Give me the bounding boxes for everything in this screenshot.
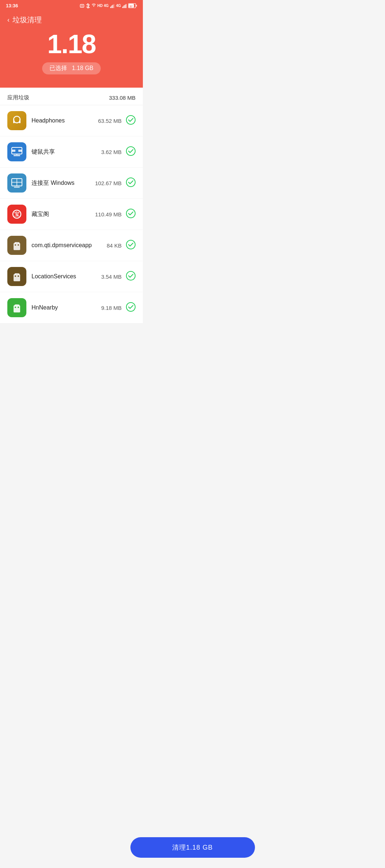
svg-rect-22 bbox=[12, 150, 15, 152]
svg-rect-0 bbox=[80, 4, 84, 7]
hd-badge: HD bbox=[97, 4, 103, 8]
app-size: 3.62 MB bbox=[101, 149, 122, 155]
app-name: Headphones bbox=[32, 117, 98, 124]
svg-point-48 bbox=[126, 303, 135, 311]
check-icon[interactable] bbox=[126, 240, 136, 251]
status-bar: 13:36 HD 4G 4G 57 bbox=[0, 0, 143, 11]
app-size: 84 KB bbox=[107, 242, 122, 249]
svg-rect-6 bbox=[122, 7, 123, 8]
check-icon[interactable] bbox=[126, 209, 136, 220]
svg-point-34 bbox=[15, 244, 16, 246]
network-4g2: 4G bbox=[116, 4, 121, 8]
svg-rect-11 bbox=[136, 5, 137, 7]
check-icon[interactable] bbox=[126, 302, 136, 313]
hero-number: 1.18 bbox=[7, 31, 136, 57]
svg-rect-3 bbox=[111, 6, 112, 8]
list-item[interactable]: 宝 藏宝阁 110.49 MB bbox=[0, 199, 143, 230]
svg-rect-21 bbox=[14, 155, 20, 156]
svg-rect-9 bbox=[126, 4, 126, 8]
back-row: ‹ 垃圾清理 bbox=[7, 15, 136, 25]
app-size: 3.54 MB bbox=[101, 274, 122, 280]
svg-point-19 bbox=[126, 116, 135, 124]
svg-point-40 bbox=[18, 275, 19, 277]
content-area: 应用垃圾 333.08 MB Headphones 63.52 MB 键鼠共享 … bbox=[0, 88, 143, 323]
hero-section: ‹ 垃圾清理 1.18 已选择 1.18 GB bbox=[0, 11, 143, 88]
svg-point-39 bbox=[15, 275, 16, 277]
list-item[interactable]: HnNearby 9.18 MB bbox=[0, 292, 143, 323]
check-icon[interactable] bbox=[126, 271, 136, 282]
hero-badge-prefix: 已选择 bbox=[49, 65, 67, 71]
status-time: 13:36 bbox=[6, 3, 18, 8]
app-size: 102.67 MB bbox=[95, 180, 122, 186]
svg-text:57: 57 bbox=[130, 5, 133, 8]
check-icon[interactable] bbox=[126, 177, 136, 188]
page-title: 垃圾清理 bbox=[12, 15, 42, 25]
section-label: 应用垃圾 bbox=[7, 94, 29, 101]
back-button[interactable]: ‹ bbox=[7, 16, 10, 24]
app-list: Headphones 63.52 MB 键鼠共享 3.62 MB 连接至 Win… bbox=[0, 105, 143, 323]
app-icon bbox=[7, 298, 26, 317]
app-icon: 宝 bbox=[7, 205, 26, 224]
svg-point-38 bbox=[126, 240, 135, 249]
svg-point-43 bbox=[126, 271, 135, 280]
battery-icon: 57 bbox=[128, 3, 137, 8]
app-size: 110.49 MB bbox=[95, 211, 122, 217]
check-icon[interactable] bbox=[126, 115, 136, 126]
svg-point-25 bbox=[126, 147, 135, 155]
svg-point-33 bbox=[126, 209, 135, 218]
svg-point-44 bbox=[15, 307, 16, 308]
hero-badge-size: 1.18 GB bbox=[72, 65, 93, 71]
app-name: 连接至 Windows bbox=[32, 179, 95, 187]
svg-point-35 bbox=[18, 244, 19, 246]
section-header: 应用垃圾 333.08 MB bbox=[0, 88, 143, 105]
svg-rect-2 bbox=[110, 7, 111, 8]
hero-badge: 已选择 1.18 GB bbox=[42, 62, 101, 74]
signal-bars-2-icon bbox=[122, 4, 127, 8]
list-item[interactable]: com.qti.dpmserviceapp 84 KB bbox=[0, 230, 143, 261]
svg-text:宝: 宝 bbox=[14, 211, 20, 217]
app-name: LocationServices bbox=[32, 273, 101, 280]
svg-rect-29 bbox=[14, 187, 20, 188]
svg-rect-5 bbox=[114, 4, 114, 8]
app-name: com.qti.dpmserviceapp bbox=[32, 242, 107, 249]
app-name: 键鼠共享 bbox=[32, 148, 101, 156]
svg-rect-23 bbox=[18, 150, 22, 152]
svg-rect-15 bbox=[13, 121, 15, 123]
svg-rect-16 bbox=[19, 121, 21, 123]
svg-point-30 bbox=[126, 178, 135, 187]
signal-bars-1-icon bbox=[110, 4, 115, 8]
app-size: 9.18 MB bbox=[101, 305, 122, 311]
app-icon bbox=[7, 111, 26, 130]
app-icon bbox=[7, 142, 26, 161]
svg-point-45 bbox=[18, 307, 19, 308]
app-name: HnNearby bbox=[32, 304, 101, 311]
bluetooth-icon bbox=[86, 3, 90, 8]
app-name: 藏宝阁 bbox=[32, 210, 95, 218]
section-total-size: 333.08 MB bbox=[109, 95, 136, 101]
app-icon bbox=[7, 267, 26, 286]
app-size: 63.52 MB bbox=[98, 118, 122, 124]
list-item[interactable]: 连接至 Windows 102.67 MB bbox=[0, 168, 143, 199]
list-item[interactable]: 键鼠共享 3.62 MB bbox=[0, 136, 143, 168]
nfc-icon bbox=[79, 3, 85, 8]
status-icons: HD 4G 4G 57 bbox=[79, 3, 137, 8]
app-icon bbox=[7, 236, 26, 255]
list-item[interactable]: LocationServices 3.54 MB bbox=[0, 261, 143, 292]
wifi-icon bbox=[91, 3, 96, 8]
app-icon bbox=[7, 173, 26, 193]
svg-rect-7 bbox=[123, 6, 124, 8]
svg-point-1 bbox=[93, 6, 94, 6]
check-icon[interactable] bbox=[126, 146, 136, 157]
svg-rect-4 bbox=[112, 5, 113, 8]
svg-rect-8 bbox=[125, 5, 125, 8]
network-4g1: 4G bbox=[104, 4, 108, 8]
list-item[interactable]: Headphones 63.52 MB bbox=[0, 105, 143, 136]
